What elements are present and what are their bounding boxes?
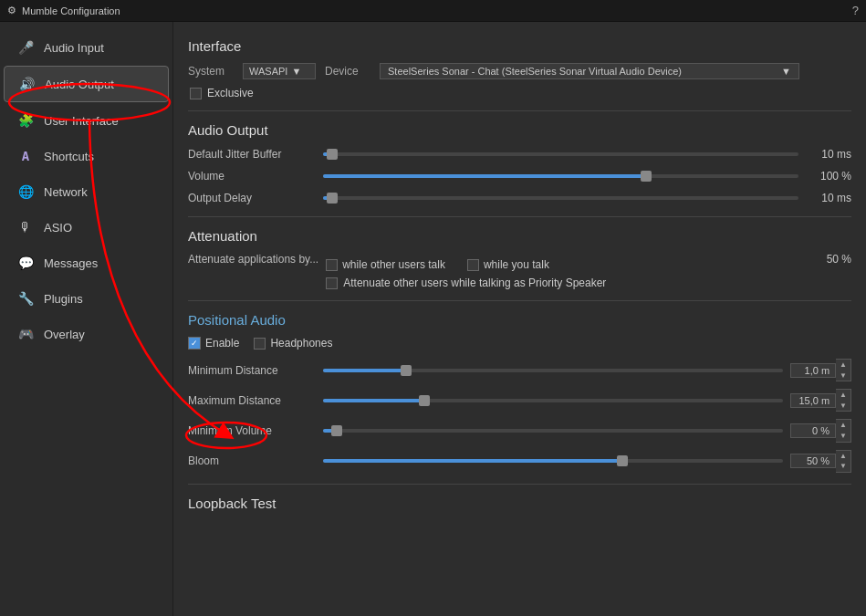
jitter-buffer-value: 10 ms [806,148,851,161]
sidebar-label-user-interface: User Interface [44,114,119,128]
jitter-buffer-slider[interactable] [323,147,798,162]
system-dropdown-arrow: ▼ [291,66,301,77]
sidebar-label-overlay: Overlay [44,328,85,341]
volume-slider[interactable] [323,169,798,183]
max-distance-down[interactable]: ▼ [836,401,850,412]
interface-section: Interface System WASAPI ▼ Device SteelSe… [188,38,851,99]
overlay-icon: 🎮 [16,325,35,343]
output-delay-value: 10 ms [806,192,851,204]
app-title: Mumble Configuration [22,5,120,16]
while-other-users-checkbox[interactable] [326,259,338,271]
priority-label: Attenuate other users while talking as P… [343,277,606,289]
bloom-down[interactable]: ▼ [836,461,850,472]
attenuation-value: 50 % [806,253,851,266]
min-volume-up[interactable]: ▲ [836,420,850,431]
enable-checkbox-label: Enable [188,337,239,350]
exclusive-label: Exclusive [207,87,254,99]
sidebar-item-overlay[interactable]: 🎮 Overlay [4,317,169,351]
sidebar-item-messages[interactable]: 💬 Messages [4,245,169,280]
sidebar-label-messages: Messages [44,256,98,270]
headphones-checkbox[interactable] [254,338,266,350]
asio-icon: 🎙 [16,218,35,236]
max-distance-slider[interactable] [323,393,783,408]
output-delay-slider[interactable] [323,191,798,205]
user-interface-icon: 🧩 [16,111,35,130]
device-value: SteelSeries Sonar - Chat (SteelSeries So… [388,66,781,77]
priority-row: Attenuate other users while talking as P… [326,277,798,289]
interface-system-row: System WASAPI ▼ Device SteelSeries Sonar… [188,63,851,79]
bloom-up[interactable]: ▲ [836,451,850,462]
loopback-section: Loopback Test [188,496,851,511]
app-icon: ⚙ [7,5,16,16]
jitter-buffer-row: Default Jitter Buffer 10 ms [188,147,851,162]
attenuation-section: Attenuation Attenuate applications by...… [188,228,851,289]
system-dropdown[interactable]: WASAPI ▼ [243,63,316,79]
max-distance-label: Maximum Distance [188,394,316,407]
bloom-slider[interactable] [323,454,783,468]
sidebar-item-plugins[interactable]: 🔧 Plugins [4,281,169,316]
positional-audio-title: Positional Audio [188,312,851,328]
enable-checkbox[interactable] [188,337,201,350]
volume-row: Volume 100 % [188,169,851,183]
sidebar-item-user-interface[interactable]: 🧩 User Interface [4,103,169,138]
title-bar: ⚙ Mumble Configuration [7,5,120,16]
network-icon: 🌐 [16,183,35,201]
while-you-talk-checkbox[interactable] [467,259,479,271]
min-distance-slider[interactable] [323,363,783,378]
min-volume-value[interactable]: 0 % [790,423,836,438]
sidebar-item-network[interactable]: 🌐 Network [4,174,169,209]
min-volume-slider[interactable] [323,423,783,438]
interface-title: Interface [188,38,851,54]
volume-value: 100 % [806,170,851,183]
min-volume-label: Minimum Volume [188,424,316,437]
exclusive-checkbox[interactable] [190,88,202,99]
while-you-talk-label: while you talk [484,258,549,271]
min-volume-row: Minimum Volume 0 % ▲ ▼ [188,419,851,442]
headphones-label-row: Headphones [254,337,332,350]
while-other-users-label: while other users talk [342,258,445,271]
min-distance-row: Minimum Distance 1,0 m ▲ ▼ [188,359,851,381]
output-delay-row: Output Delay 10 ms [188,191,851,205]
system-label: System [188,65,234,78]
min-distance-up[interactable]: ▲ [836,360,850,371]
positional-audio-section: Positional Audio Enable Headphones Minim… [188,312,851,473]
max-distance-up[interactable]: ▲ [836,390,850,401]
bloom-value[interactable]: 50 % [790,454,836,468]
device-dropdown[interactable]: SteelSeries Sonar - Chat (SteelSeries So… [380,63,799,79]
sidebar-label-asio: ASIO [44,221,72,235]
exclusive-row: Exclusive [190,87,851,99]
max-distance-spin-buttons: ▲ ▼ [836,389,851,412]
attenuate-label: Attenuate applications by... [188,253,318,266]
sidebar-label-audio-input: Audio Input [44,41,104,55]
shortcuts-icon: A [16,147,35,165]
sidebar-item-audio-input[interactable]: 🎤 Audio Input [4,30,169,65]
audio-input-icon: 🎤 [16,38,35,57]
min-volume-down[interactable]: ▼ [836,431,850,442]
bloom-spinbox: 50 % ▲ ▼ [790,450,851,473]
min-distance-label: Minimum Distance [188,364,316,377]
max-distance-value[interactable]: 15,0 m [790,393,836,408]
sidebar-item-asio[interactable]: 🎙 ASIO [4,210,169,245]
sidebar: 🎤 Audio Input 🔊 Audio Output 🧩 User Inte… [0,22,173,616]
enable-label: Enable [205,337,239,350]
messages-icon: 💬 [16,254,35,272]
sidebar-label-plugins: Plugins [44,292,83,306]
max-distance-spinbox: 15,0 m ▲ ▼ [790,389,851,412]
min-distance-value[interactable]: 1,0 m [790,363,836,378]
help-button[interactable]: ? [852,4,859,17]
min-volume-spinbox: 0 % ▲ ▼ [790,419,851,442]
sidebar-item-audio-output[interactable]: 🔊 Audio Output [4,66,169,102]
audio-output-section: Audio Output Default Jitter Buffer 10 ms… [188,122,851,205]
bloom-label: Bloom [188,454,316,467]
sidebar-label-shortcuts: Shortcuts [44,150,94,163]
sidebar-item-shortcuts[interactable]: A Shortcuts [4,139,169,173]
min-distance-down[interactable]: ▼ [836,371,850,381]
content-panel: Interface System WASAPI ▼ Device SteelSe… [173,22,866,616]
audio-output-icon: 🔊 [17,75,36,93]
device-label: Device [325,65,370,78]
jitter-buffer-label: Default Jitter Buffer [188,148,316,161]
plugins-icon: 🔧 [16,289,35,308]
priority-checkbox[interactable] [326,277,338,289]
min-distance-spinbox: 1,0 m ▲ ▼ [790,359,851,381]
system-value: WASAPI [249,66,287,77]
